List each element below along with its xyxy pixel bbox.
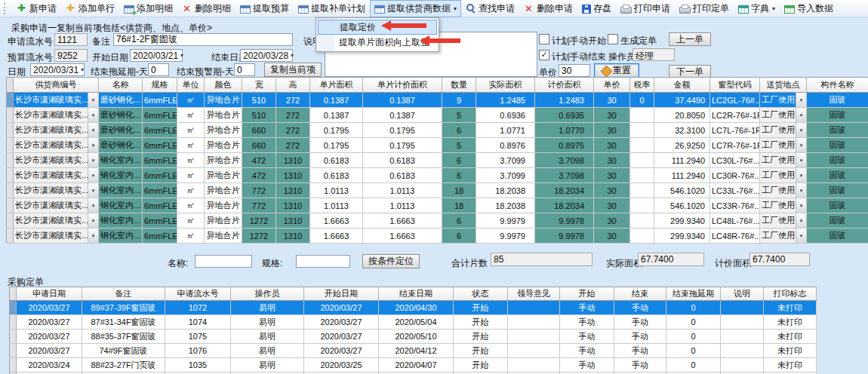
toolbar-button-5[interactable]: 提取预算 <box>235 0 294 17</box>
gen-order-checkbox[interactable] <box>608 34 618 44</box>
unit-price-input[interactable] <box>559 64 590 77</box>
chevron-down-icon[interactable]: ▾ <box>796 138 806 152</box>
toolbar-button-7[interactable]: 提取供货商数据▾ <box>370 0 461 17</box>
chevron-down-icon[interactable]: ▾ <box>796 213 806 228</box>
combo-cell[interactable]: 长沙市潇湘玻璃实...▾ <box>14 168 99 183</box>
toolbar-button-1[interactable]: 新申请 <box>12 0 61 17</box>
table-row[interactable]: 长沙市潇湘玻璃实...▾钢化室内...6mmFLE...㎡异地合片7721310… <box>7 183 868 198</box>
toolbar-button-label: 查找申请 <box>479 2 515 15</box>
combo-cell[interactable]: 工厂使用▾ <box>760 228 807 244</box>
chevron-down-icon[interactable]: ▾ <box>88 153 98 167</box>
table-row[interactable]: 长沙市潇湘玻璃实...▾钢化室内...6mmFLE...㎡异地合片7721310… <box>7 198 868 213</box>
table-row[interactable]: 长沙市潇湘玻璃实...▾钢化室内...6mmFLE...㎡异地合片1272131… <box>7 213 868 228</box>
chevron-down-icon[interactable]: ▾ <box>88 228 98 243</box>
toolbar-button-10[interactable]: 存盘 <box>577 0 616 17</box>
table-row[interactable]: 2020/03/2488#23-27F门页玻1035易明2020/03/2520… <box>10 358 817 372</box>
reset-button[interactable]: 重置 <box>594 63 639 78</box>
manual-end-checkbox[interactable]: ✓ <box>539 50 549 60</box>
prev-order-button[interactable]: 上一单 <box>669 32 711 46</box>
locate-by-condition-button[interactable]: 按条件定位 <box>362 254 420 268</box>
toolbar-button-11[interactable]: 打印申请 <box>616 0 675 17</box>
table-row[interactable]: 长沙市潇湘玻璃实...▾磨砂钢化...6mmFLE...㎡异地合片5102720… <box>7 108 868 123</box>
table-row[interactable]: 长沙市潇湘玻璃实...▾钢化室内...6mmFLE...㎡异地合片4721310… <box>7 168 868 183</box>
chevron-down-icon[interactable]: ▾ <box>796 183 806 198</box>
chevron-down-icon[interactable]: ▾ <box>796 168 806 182</box>
combo-cell[interactable]: 长沙市潇湘玻璃实...▾ <box>14 183 99 198</box>
combo-cell[interactable]: 长沙市潇湘玻璃实...▾ <box>14 213 99 228</box>
column-header: 备注 <box>82 287 165 301</box>
manual-start-checkbox[interactable] <box>539 34 549 44</box>
chevron-down-icon[interactable]: ▾ <box>796 93 806 107</box>
chevron-down-icon[interactable]: ▾ <box>796 153 806 167</box>
combo-value: 长沙市潇湘玻璃实... <box>14 155 88 166</box>
table-row[interactable]: 2020/03/2774#9F窗固玻1076易明2020/03/272020/0… <box>10 344 817 358</box>
combo-cell[interactable]: 工厂使用▾ <box>760 198 807 213</box>
chevron-down-icon[interactable]: ▾ <box>88 138 98 152</box>
toolbar-button-6[interactable]: 提取补单计划 <box>294 0 370 17</box>
toolbar-button-9[interactable]: 删除申请 <box>519 0 577 17</box>
table-row[interactable]: 长沙市潇湘玻璃实...▾磨砂钢化...6mmFLE...㎡异地合片6602720… <box>7 123 868 138</box>
table-row[interactable]: 长沙市潇湘玻璃实...▾钢化室内...6mmFLE...㎡异地合片4721310… <box>7 153 868 168</box>
combo-cell[interactable]: 工厂使用▾ <box>760 213 807 228</box>
filter-name-label: 名称: <box>168 257 188 270</box>
table-cell: 510 <box>242 93 276 108</box>
filter-spec-label: 规格: <box>262 257 282 270</box>
table-cell: 磨砂钢化... <box>99 138 143 153</box>
combo-cell[interactable]: 工厂使用▾ <box>760 123 807 138</box>
chevron-down-icon[interactable]: ▾ <box>88 168 98 182</box>
warn-input[interactable] <box>234 63 255 76</box>
combo-cell[interactable]: 长沙市潇湘玻璃实...▾ <box>14 123 99 138</box>
end-date-dropdown[interactable]: 2020/03/28▾ <box>240 49 293 62</box>
chevron-down-icon[interactable]: ▾ <box>88 213 98 228</box>
table-cell: 2020/03/27 <box>304 344 379 358</box>
combo-cell[interactable]: 长沙市潇湘玻璃实...▾ <box>14 138 99 153</box>
chevron-down-icon[interactable]: ▾ <box>796 228 806 243</box>
chevron-down-icon[interactable]: ▾ <box>88 108 98 122</box>
toolbar-button-12[interactable]: 打印定单 <box>675 0 734 17</box>
table-row[interactable]: 长沙市潇湘玻璃实...▾钢化室内...6mmFLE...㎡异地合片1272131… <box>7 228 868 244</box>
chevron-down-icon[interactable]: ▾ <box>88 183 98 198</box>
chevron-down-icon[interactable]: ▾ <box>796 123 806 137</box>
filter-name-input[interactable] <box>195 255 252 268</box>
toolbar-button-3[interactable]: 添加明细 <box>119 0 177 17</box>
combo-cell[interactable]: 工厂使用▾ <box>760 183 807 198</box>
toolbar-button-14[interactable]: 导入数据 <box>780 0 838 17</box>
chevron-down-icon[interactable]: ▾ <box>88 198 98 213</box>
toolbar-button-4[interactable]: 删除明细 <box>177 0 235 17</box>
combo-cell[interactable]: 长沙市潇湘玻璃实...▾ <box>14 153 99 168</box>
delay-input[interactable] <box>148 63 169 76</box>
table-row[interactable]: 2020/03/2789#37-39F窗固玻1072易明2020/03/2720… <box>10 301 817 315</box>
toolbar-button-13[interactable]: 字典▾ <box>734 0 780 17</box>
remark-input[interactable] <box>113 33 293 46</box>
combo-cell[interactable]: 工厂使用▾ <box>760 153 807 168</box>
toolbar-button-8[interactable]: 查找申请 <box>461 0 519 17</box>
combo-cell[interactable]: 长沙市潇湘玻璃实...▾ <box>14 198 99 213</box>
combo-cell[interactable]: 长沙市潇湘玻璃实...▾ <box>14 228 99 244</box>
chevron-down-icon[interactable]: ▾ <box>88 123 98 137</box>
combo-cell[interactable]: 工厂使用▾ <box>760 138 807 153</box>
table-row[interactable]: 长沙市潇湘玻璃实...▾磨砂钢化...6mmFLE...㎡异地合片6602720… <box>7 138 868 153</box>
copy-current-button[interactable]: 复制当前项 <box>264 63 322 77</box>
toolbar-button-2[interactable]: 添加单行 <box>61 0 119 17</box>
table-row[interactable]: 长沙市潇湘玻璃实...▾磨砂钢化...6mmFLE...㎡异地合片5102720… <box>7 93 868 108</box>
table-cell: 异地合片 <box>205 138 242 153</box>
combo-cell[interactable]: 工厂使用▾ <box>760 168 807 183</box>
chevron-down-icon[interactable]: ▾ <box>88 93 98 107</box>
combo-cell[interactable]: 工厂使用▾ <box>760 108 807 123</box>
row-indicator <box>7 138 14 153</box>
filter-spec-input[interactable] <box>296 255 350 268</box>
import-icon <box>784 5 795 14</box>
table-row[interactable]: 2020/03/2787#31-34F窗固玻1074易明2020/03/2720… <box>10 315 817 330</box>
combo-cell[interactable]: 长沙市潇湘玻璃实...▾ <box>14 93 99 108</box>
combo-cell[interactable]: 工厂使用▾ <box>760 93 807 108</box>
chevron-down-icon[interactable]: ▾ <box>796 198 806 213</box>
table-row[interactable]: 2020/03/2788#35-37F窗固玻1075易明2020/03/2720… <box>10 330 817 344</box>
column-header: 开始 <box>560 287 614 301</box>
date-dropdown[interactable]: 2020/03/31▾ <box>30 63 85 76</box>
chevron-down-icon[interactable]: ▾ <box>796 108 806 122</box>
table-cell: 510 <box>242 108 276 123</box>
row-indicator <box>7 93 14 108</box>
start-date-dropdown[interactable]: 2020/03/21▾ <box>130 49 183 62</box>
combo-cell[interactable]: 长沙市潇湘玻璃实...▾ <box>14 108 99 123</box>
table-cell: 0.1387 <box>363 108 442 123</box>
